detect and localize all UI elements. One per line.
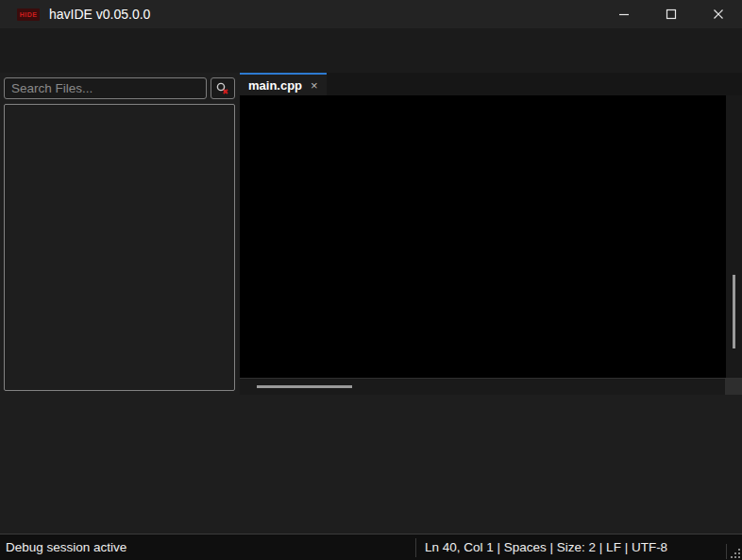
tab-main-cpp[interactable]: main.cpp × [240, 73, 327, 95]
search-files-input[interactable] [4, 77, 207, 99]
app-window: HIDE havIDE v0.05.0.0 [0, 0, 742, 560]
minimize-icon [618, 8, 630, 20]
cursor-position-status: Ln 40, Col 1 | Spaces | Size: 2 | LF | U… [415, 538, 667, 557]
search-row [0, 76, 240, 101]
debug-toolbar [0, 50, 742, 73]
code-area[interactable] [240, 95, 726, 378]
bottom-tab-bar [0, 395, 742, 418]
status-message: Debug session active [6, 540, 126, 554]
title-bar: HIDE havIDE v0.05.0.0 [0, 0, 742, 28]
close-icon [713, 8, 724, 20]
resize-grip-icon [730, 548, 741, 559]
tab-label: main.cpp [248, 78, 302, 93]
clear-search-button[interactable] [211, 77, 235, 99]
window-title: havIDE v0.05.0.0 [49, 7, 150, 22]
status-bar: Debug session active Ln 40, Col 1 | Spac… [0, 534, 742, 560]
editor-tab-bar: main.cpp × [240, 73, 742, 95]
search-clear-icon [215, 81, 230, 96]
window-controls [600, 0, 742, 28]
editor-panel: main.cpp × [240, 73, 742, 395]
app-logo-icon: HIDE [17, 8, 40, 21]
menu-bar [0, 28, 742, 50]
file-tree [4, 104, 235, 391]
scrollbar-corner [725, 379, 742, 395]
tab-close-icon[interactable]: × [311, 78, 318, 93]
watches-panel [0, 418, 742, 534]
horizontal-scrollbar-thumb[interactable] [257, 385, 352, 388]
close-button[interactable] [695, 0, 742, 28]
horizontal-scrollbar-row [240, 378, 742, 395]
file-explorer-panel [0, 73, 240, 395]
resize-grip[interactable] [726, 544, 741, 559]
editor-horizontal-scrollbar[interactable] [240, 379, 725, 395]
maximize-button[interactable] [648, 0, 695, 28]
main-area: main.cpp × [0, 73, 742, 395]
editor-vertical-scrollbar[interactable] [726, 95, 742, 378]
code-editor [240, 95, 742, 378]
maximize-icon [666, 8, 677, 20]
vertical-scrollbar-thumb[interactable] [733, 275, 735, 348]
minimize-button[interactable] [600, 0, 648, 28]
